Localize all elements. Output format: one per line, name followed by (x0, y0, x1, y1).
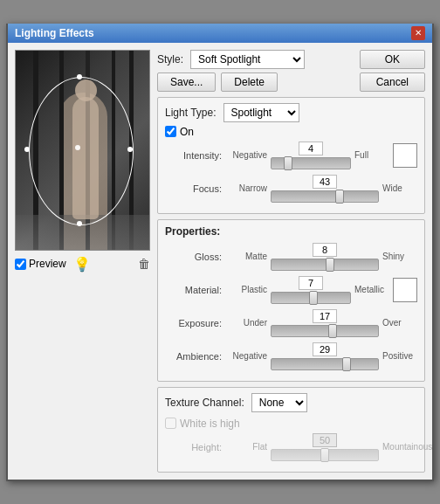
exposure-left: Under (225, 318, 267, 328)
material-label: Material: (165, 285, 222, 295)
on-label: On (180, 126, 194, 138)
height-value: 50 (313, 433, 337, 447)
trash-icon[interactable]: 🗑 (138, 257, 150, 271)
right-panel: Style: DefaultFlashlightFlood LightParal… (157, 50, 425, 473)
properties-section: Properties: Gloss: Matte 8 Shiny Materia… (157, 219, 425, 382)
exposure-slider-container: 17 (271, 309, 379, 337)
preview-label: Preview (29, 258, 66, 270)
ambience-slider[interactable] (271, 358, 379, 370)
focus-row: Focus: Narrow 43 Wide (165, 175, 417, 203)
style-select[interactable]: DefaultFlashlightFlood LightParallel Dir… (190, 50, 305, 69)
gloss-left: Matte (225, 252, 267, 261)
light-type-select[interactable]: DirectionalOmniSpotlight (223, 103, 299, 122)
close-button[interactable]: ✕ (411, 26, 425, 40)
light-bulb-icon[interactable]: 💡 (73, 256, 91, 273)
title-bar: Lighting Effects ✕ (8, 24, 432, 43)
texture-channel-select[interactable]: NoneRedGreenBlueAlpha (251, 393, 307, 412)
focus-left: Narrow (225, 183, 267, 193)
spotlight-center[interactable] (75, 145, 80, 150)
material-slider-container: 7 (271, 276, 351, 304)
focus-slider[interactable] (271, 190, 379, 203)
spotlight-handle[interactable] (77, 221, 82, 226)
height-row: Height: Flat 50 Mountainous (165, 433, 417, 461)
preview-image (16, 51, 149, 250)
light-type-section: Light Type: DirectionalOmniSpotlight On … (157, 97, 425, 214)
gloss-value: 8 (313, 243, 337, 257)
spotlight-handle[interactable] (24, 147, 30, 152)
preview-checkbox[interactable]: Preview (15, 258, 66, 270)
exposure-value: 17 (313, 309, 337, 323)
preview-canvas (15, 50, 150, 251)
material-slider[interactable] (271, 292, 351, 304)
left-panel: Preview 💡 🗑 (15, 50, 150, 473)
height-slider-container: 50 (271, 433, 379, 461)
texture-channel-label: Texture Channel: (165, 397, 244, 409)
gloss-slider-container: 8 (271, 243, 379, 271)
exposure-row: Exposure: Under 17 Over (165, 309, 417, 337)
material-left: Plastic (225, 285, 267, 294)
light-type-label: Light Type: (165, 107, 217, 119)
intensity-right: Full (354, 150, 389, 160)
delete-button[interactable]: Delete (221, 72, 278, 92)
white-is-high-label: White is high (180, 418, 240, 430)
ambience-right: Positive (382, 351, 417, 361)
material-right: Metallic (354, 285, 389, 294)
material-value: 7 (299, 276, 323, 290)
preview-controls: Preview 💡 🗑 (15, 256, 150, 273)
on-checkbox-row: On (165, 126, 417, 138)
gloss-slider[interactable] (271, 259, 379, 271)
material-swatch[interactable] (393, 278, 417, 302)
action-buttons: Save... Delete (157, 72, 305, 92)
height-right: Mountainous (382, 442, 417, 452)
ambience-row: Ambience: Negative 29 Positive (165, 342, 417, 370)
gloss-label: Gloss: (165, 252, 222, 262)
ambience-left: Negative (225, 351, 267, 361)
intensity-label: Intensity: (165, 150, 222, 161)
spotlight-handle[interactable] (127, 147, 133, 152)
light-type-row: Light Type: DirectionalOmniSpotlight (165, 103, 417, 122)
style-row: Style: DefaultFlashlightFlood LightParal… (157, 50, 305, 69)
properties-title: Properties: (165, 225, 417, 238)
save-button[interactable]: Save... (157, 72, 216, 92)
ambience-slider-container: 29 (271, 342, 379, 370)
gloss-row: Gloss: Matte 8 Shiny (165, 243, 417, 271)
height-left: Flat (225, 442, 267, 452)
texture-channel-row: Texture Channel: NoneRedGreenBlueAlpha (165, 393, 417, 412)
height-label: Height: (165, 442, 222, 452)
preview-check[interactable] (15, 259, 26, 270)
gloss-right: Shiny (382, 252, 417, 261)
on-check[interactable] (165, 126, 176, 137)
exposure-label: Exposure: (165, 318, 222, 328)
focus-label: Focus: (165, 183, 222, 194)
intensity-slider[interactable] (271, 157, 351, 169)
height-slider (271, 449, 379, 461)
ok-button[interactable]: OK (360, 50, 425, 69)
focus-slider-container: 43 (271, 175, 379, 203)
spotlight-handle[interactable] (77, 74, 82, 79)
texture-section: Texture Channel: NoneRedGreenBlueAlpha W… (157, 387, 425, 473)
ambience-label: Ambience: (165, 351, 222, 362)
intensity-row: Intensity: Negative 4 Full (165, 142, 417, 169)
exposure-slider[interactable] (271, 325, 379, 337)
intensity-swatch[interactable] (393, 143, 417, 168)
intensity-value: 4 (299, 142, 323, 155)
focus-value: 43 (313, 175, 337, 189)
cancel-button[interactable]: Cancel (360, 72, 425, 92)
style-label: Style: (157, 53, 183, 66)
exposure-right: Over (382, 318, 417, 328)
material-row: Material: Plastic 7 Metallic (165, 276, 417, 304)
dialog-title: Lighting Effects (15, 27, 94, 39)
dialog-body: Preview 💡 🗑 Style: DefaultFlashlightFloo… (8, 43, 432, 480)
ambience-value: 29 (313, 342, 337, 356)
spotlight-ellipse (29, 77, 134, 225)
intensity-slider-container: 4 (271, 142, 351, 169)
focus-right: Wide (382, 183, 417, 193)
white-is-high-row: White is high (165, 418, 417, 430)
intensity-left: Negative (225, 150, 267, 160)
white-is-high-check[interactable] (165, 418, 176, 429)
lighting-effects-dialog: Lighting Effects ✕ (6, 24, 434, 481)
